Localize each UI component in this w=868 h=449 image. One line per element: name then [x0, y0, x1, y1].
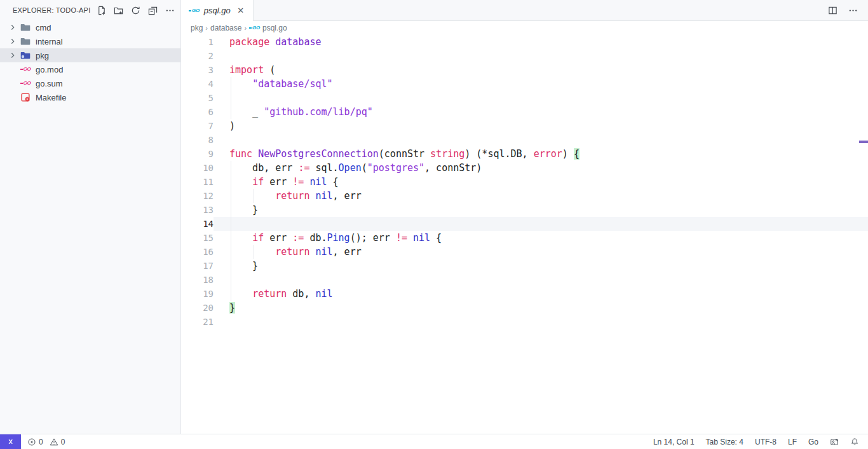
code-content: if err := db.Ping(); err != nil {	[214, 231, 868, 245]
code-line-2[interactable]: 2	[181, 49, 868, 63]
token: nil	[315, 190, 332, 202]
explorer-actions	[95, 4, 175, 16]
remote-indicator[interactable]	[0, 434, 21, 449]
line-number: 5	[181, 91, 214, 105]
indent-guide	[231, 245, 231, 259]
warning-count: 0	[61, 438, 65, 446]
code-line-8[interactable]: 8	[181, 133, 868, 147]
token: return	[252, 288, 287, 300]
code-line-20[interactable]: 20}	[181, 301, 868, 315]
token	[407, 232, 413, 244]
code-line-14[interactable]: 14	[181, 217, 868, 231]
tree-item-internal[interactable]: internal	[0, 34, 180, 48]
code-line-15[interactable]: 15 if err := db.Ping(); err != nil {	[181, 231, 868, 245]
breadcrumb-item-database[interactable]: database	[210, 24, 241, 32]
token	[229, 176, 252, 188]
editor-actions	[826, 0, 868, 20]
new-file-icon[interactable]	[95, 4, 107, 16]
token	[229, 232, 252, 244]
code-line-11[interactable]: 11 if err != nil {	[181, 175, 868, 189]
refresh-icon[interactable]	[130, 4, 141, 16]
tree-item-go-mod[interactable]: GOgo.mod	[0, 62, 180, 76]
code-line-17[interactable]: 17 }	[181, 259, 868, 273]
token: :=	[298, 162, 309, 174]
tree-item-go-sum[interactable]: GOgo.sum	[0, 76, 180, 90]
token: {	[430, 232, 442, 244]
explorer-header: EXPLORER: TODO-API	[0, 0, 180, 20]
line-number: 1	[181, 35, 214, 49]
indent-guide	[231, 231, 231, 245]
indent-guide	[231, 273, 231, 287]
tab-psql-go[interactable]: GO psql.go ✕	[181, 0, 254, 21]
go-mod-icon: GO	[20, 78, 31, 88]
new-folder-icon[interactable]	[112, 4, 124, 16]
code-line-7[interactable]: 7)	[181, 119, 868, 133]
token: err	[264, 232, 292, 244]
code-content	[214, 49, 868, 63]
code-line-5[interactable]: 5	[181, 91, 868, 105]
error-count: 0	[39, 438, 43, 446]
token	[229, 190, 275, 202]
code-line-13[interactable]: 13 }	[181, 203, 868, 217]
indent-guide	[254, 189, 254, 203]
bell-icon[interactable]	[850, 438, 859, 446]
eol-status[interactable]: LF	[788, 438, 797, 446]
code-line-6[interactable]: 6 _ "github.com/lib/pq"	[181, 105, 868, 119]
file-tree: cmdinternalpkgGOgo.modGOgo.sum Makefile	[0, 20, 180, 434]
token: nil	[413, 232, 430, 244]
makefile-icon	[20, 92, 31, 102]
tree-item-label: Makefile	[36, 93, 66, 102]
token: db,	[287, 288, 315, 300]
code-line-9[interactable]: 9func NewPostgresConnection(connStr stri…	[181, 147, 868, 161]
tree-item-pkg[interactable]: pkg	[0, 48, 180, 62]
explorer-sidebar: EXPLORER: TODO-API	[0, 0, 181, 434]
code-line-4[interactable]: 4 "database/sql"	[181, 77, 868, 91]
token	[229, 288, 252, 300]
code-line-18[interactable]: 18	[181, 273, 868, 287]
code-content	[214, 315, 868, 329]
tab-size-status[interactable]: Tab Size: 4	[706, 438, 743, 446]
token: "database/sql"	[252, 78, 332, 90]
line-number: 6	[181, 105, 214, 119]
tree-item-cmd[interactable]: cmd	[0, 20, 180, 34]
code-line-16[interactable]: 16 return nil, err	[181, 245, 868, 259]
feedback-icon[interactable]	[830, 438, 839, 446]
breadcrumb-item-file[interactable]: GO psql.go	[249, 24, 287, 32]
warning-icon	[50, 438, 58, 446]
more-actions-icon[interactable]	[846, 4, 859, 17]
tree-item-Makefile[interactable]: Makefile	[0, 90, 180, 104]
cursor-position-status[interactable]: Ln 14, Col 1	[653, 438, 695, 446]
code-line-12[interactable]: 12 return nil, err	[181, 189, 868, 203]
split-editor-icon[interactable]	[826, 4, 839, 17]
code-line-10[interactable]: 10 db, err := sql.Open("postgres", connS…	[181, 161, 868, 175]
code-content: package database	[214, 35, 868, 49]
line-number: 14	[181, 217, 214, 231]
chevron-spacer	[8, 64, 18, 74]
token: if	[252, 232, 264, 244]
code-line-1[interactable]: 1package database	[181, 35, 868, 49]
code-editor[interactable]: 1package database23import (4 "database/s…	[181, 35, 868, 434]
close-icon[interactable]: ✕	[235, 5, 247, 17]
token: (); err	[350, 232, 396, 244]
encoding-status[interactable]: UTF-8	[755, 438, 776, 446]
language-mode-status[interactable]: Go	[808, 438, 818, 446]
more-actions-icon[interactable]	[164, 4, 175, 16]
indent-guide	[231, 77, 231, 91]
line-number: 7	[181, 119, 214, 133]
breadcrumb-item-pkg[interactable]: pkg	[191, 24, 203, 32]
token: (	[264, 64, 275, 76]
collapse-folders-icon[interactable]	[147, 4, 158, 16]
token: "postgres"	[367, 162, 424, 174]
tab-label: psql.go	[204, 6, 231, 15]
problems-status[interactable]: 0 0	[27, 438, 69, 446]
line-number: 9	[181, 147, 214, 161]
code-line-19[interactable]: 19 return db, nil	[181, 287, 868, 301]
code-line-21[interactable]: 21	[181, 315, 868, 329]
token: sql.	[309, 162, 338, 174]
token	[229, 78, 252, 90]
code-line-3[interactable]: 3import (	[181, 63, 868, 77]
chevron-right-icon: ›	[205, 24, 208, 32]
token	[252, 148, 258, 160]
code-content: if err != nil {	[214, 175, 868, 189]
token: }	[229, 260, 258, 272]
